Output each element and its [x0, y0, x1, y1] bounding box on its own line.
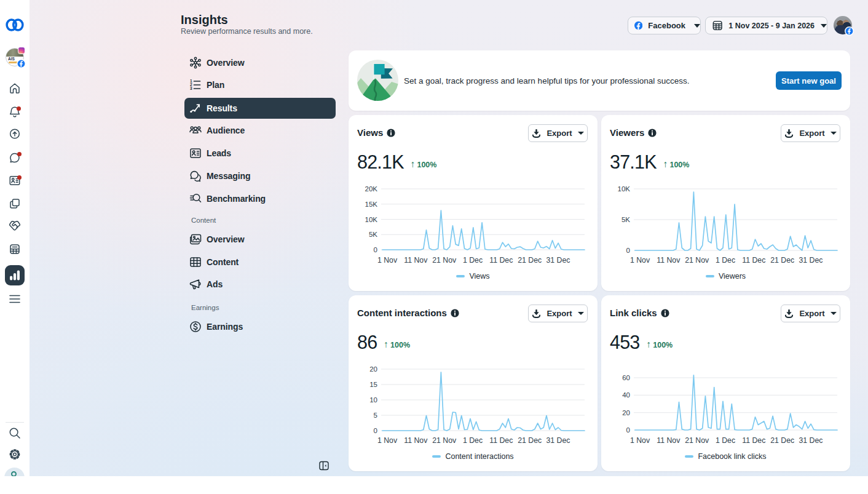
svg-text:10K: 10K	[618, 185, 631, 193]
svg-text:31 Dec: 31 Dec	[799, 436, 823, 445]
svg-text:0: 0	[626, 426, 630, 434]
svg-text:31 Dec: 31 Dec	[546, 256, 570, 265]
svg-text:1 Dec: 1 Dec	[716, 436, 735, 445]
svg-text:21 Dec: 21 Dec	[518, 436, 542, 445]
svg-text:1 Nov: 1 Nov	[630, 436, 650, 445]
svg-text:1 Nov: 1 Nov	[377, 256, 398, 265]
svg-text:21 Dec: 21 Dec	[770, 436, 794, 445]
svg-text:1 Nov: 1 Nov	[630, 256, 650, 265]
svg-text:11 Dec: 11 Dec	[489, 436, 513, 445]
svg-text:5K: 5K	[621, 216, 630, 223]
svg-text:0: 0	[374, 427, 377, 434]
svg-text:1 Nov: 1 Nov	[377, 436, 398, 445]
svg-text:15K: 15K	[365, 201, 378, 208]
svg-text:11 Dec: 11 Dec	[742, 256, 765, 265]
svg-text:0: 0	[374, 246, 377, 253]
svg-text:11 Nov: 11 Nov	[404, 436, 428, 445]
svg-text:11 Dec: 11 Dec	[489, 256, 513, 265]
svg-text:0: 0	[626, 247, 630, 254]
svg-text:11 Dec: 11 Dec	[742, 436, 765, 445]
svg-text:5: 5	[374, 412, 377, 419]
svg-text:20: 20	[622, 409, 630, 416]
svg-text:21 Nov: 21 Nov	[685, 436, 709, 445]
svg-text:21 Nov: 21 Nov	[685, 256, 709, 265]
svg-text:1 Dec: 1 Dec	[463, 256, 483, 265]
svg-text:11 Nov: 11 Nov	[404, 256, 428, 265]
svg-text:40: 40	[622, 391, 630, 399]
svg-text:1 Dec: 1 Dec	[716, 256, 735, 265]
svg-text:31 Dec: 31 Dec	[799, 256, 823, 265]
svg-text:11 Nov: 11 Nov	[657, 256, 681, 265]
svg-text:5K: 5K	[369, 231, 377, 238]
svg-text:11 Nov: 11 Nov	[657, 436, 681, 445]
svg-text:10K: 10K	[365, 216, 378, 223]
svg-text:21 Dec: 21 Dec	[770, 256, 794, 265]
svg-text:31 Dec: 31 Dec	[546, 436, 570, 445]
svg-text:21 Dec: 21 Dec	[518, 256, 542, 265]
svg-text:21 Nov: 21 Nov	[432, 256, 457, 265]
svg-text:20: 20	[369, 365, 377, 373]
svg-text:20K: 20K	[365, 185, 378, 193]
svg-text:3: 3	[190, 86, 192, 90]
svg-text:60: 60	[622, 374, 630, 381]
svg-text:21 Nov: 21 Nov	[432, 436, 457, 445]
svg-text:1 Dec: 1 Dec	[463, 436, 483, 445]
svg-text:10: 10	[369, 396, 377, 404]
svg-text:15: 15	[369, 381, 377, 388]
